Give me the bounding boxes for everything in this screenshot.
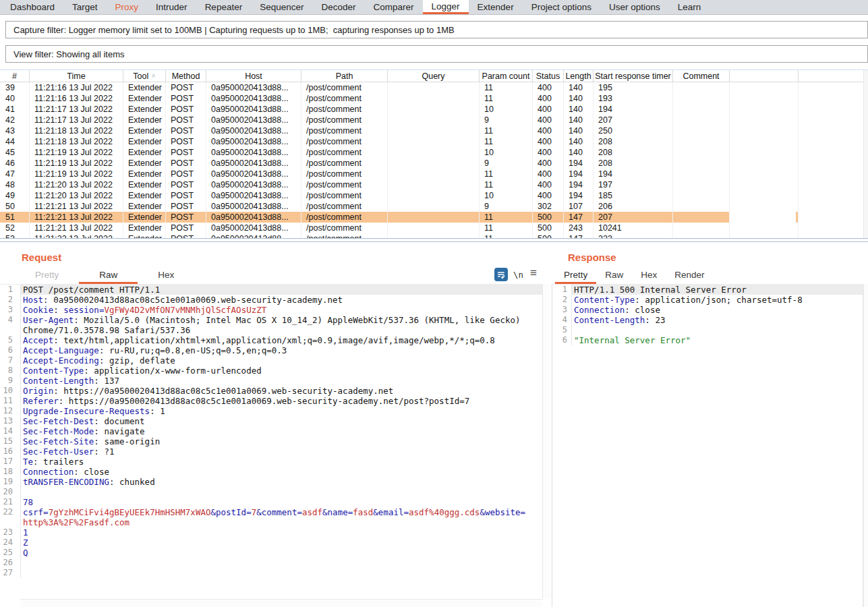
log-row-45[interactable]: 4511:21:19 13 Jul 2022ExtenderPOST0a9500… [0,147,868,158]
line-content: Origin: https://0a9500020413d88ac08c5c1e… [20,386,542,396]
response-tab-render[interactable]: Render [666,267,713,284]
log-row-51[interactable]: 5111:21:21 13 Jul 2022ExtenderPOST0a9500… [0,212,868,223]
word-wrap-icon[interactable] [494,268,508,281]
log-table: #TimeTool∧MethodHostPathQueryParam count… [0,69,868,238]
cell-host: 0a9500020413d88... [206,201,301,212]
editor-line: 6"Internal Server Error" [553,335,863,345]
menu-tab-proxy[interactable]: Proxy [107,0,148,14]
cell-comment [673,201,730,212]
menu-tab-logger[interactable]: Logger [423,0,469,14]
capture-filter-bar[interactable]: Capture filter: Logger memory limit set … [5,21,868,38]
cell-param-count: 11 [480,136,533,147]
response-tab-hex[interactable]: Hex [632,267,666,284]
cell-host: 0a9500020413d88... [206,125,301,136]
log-row-40[interactable]: 4011:21:16 13 Jul 2022ExtenderPOST0a9500… [0,93,868,104]
cell-tool: Extender [123,115,166,125]
editor-line: 14Sec-Fetch-Mode: navigate [0,426,542,436]
cell-host: 0a9500020413d88... [206,158,301,169]
request-editor[interactable]: 1POST /post/comment HTTP/1.12Host: 0a950… [0,284,543,598]
column-header-tool[interactable]: Tool∧ [123,70,166,82]
request-tab-raw[interactable]: Raw [79,267,138,284]
request-horizontal-scrollbar[interactable] [20,599,543,607]
column-header-host[interactable]: Host [206,70,301,82]
cell-path: /post/comment [301,169,388,179]
view-filter-text: View filter: Showing all items [13,49,125,59]
row-spacer [799,233,868,238]
cell-path: /post/comment [301,136,388,147]
column-header-comment[interactable]: Comment [673,70,730,82]
panel-divider[interactable] [552,284,552,607]
column-header-path[interactable]: Path [301,70,388,82]
row-spacer [799,223,868,233]
table-vertical-scrollbar[interactable] [863,70,868,238]
response-tab-raw[interactable]: Raw [596,267,632,284]
cell-query [388,190,480,201]
log-row-41[interactable]: 4111:21:17 13 Jul 2022ExtenderPOST0a9500… [0,104,868,115]
response-vertical-scrollbar[interactable] [863,284,868,607]
cell-length: 140 [564,125,594,136]
editor-menu-icon[interactable]: ≡ [530,266,537,280]
response-tab-pretty[interactable]: Pretty [555,267,596,284]
cell-start-response-timer: 223 [594,233,673,238]
column-header-param-count[interactable]: Param count [480,70,533,82]
cell-param-count: 10 [480,104,533,115]
log-row-46[interactable]: 4611:21:19 13 Jul 2022ExtenderPOST0a9500… [0,158,868,169]
menu-tab-dashboard[interactable]: Dashboard [1,0,63,14]
editor-line: 12Upgrade-Insecure-Requests: 1 [0,406,542,416]
log-row-44[interactable]: 4411:21:18 13 Jul 2022ExtenderPOST0a9500… [0,136,868,147]
log-row-48[interactable]: 4811:21:20 13 Jul 2022ExtenderPOST0a9500… [0,179,868,190]
log-row-43[interactable]: 4311:21:18 13 Jul 2022ExtenderPOST0a9500… [0,125,868,136]
cell-status: 400 [533,136,564,147]
cell-tool: Extender [123,212,166,223]
cell-time: 11:21:17 13 Jul 2022 [30,104,123,115]
menu-tab-target[interactable]: Target [63,0,107,14]
cell-comment [673,104,730,115]
cell-empty [730,147,799,158]
cell-host: 0a9500020413d88... [206,212,301,223]
column-header-[interactable]: # [0,70,30,82]
menu-tab-repeater[interactable]: Repeater [196,0,252,14]
log-row-47[interactable]: 4711:21:19 13 Jul 2022ExtenderPOST0a9500… [0,169,868,179]
column-header-time[interactable]: Time [30,70,123,82]
request-tab-hex[interactable]: Hex [138,267,194,284]
request-vertical-scrollbar[interactable] [543,284,551,598]
request-tab-pretty[interactable]: Pretty [15,267,79,284]
cell-param-count: 9 [480,158,533,169]
log-row-42[interactable]: 4211:21:17 13 Jul 2022ExtenderPOST0a9500… [0,115,868,125]
menu-tab-learn[interactable]: Learn [669,0,710,14]
cell-status: 400 [533,158,564,169]
menu-tab-comparer[interactable]: Comparer [365,0,423,14]
log-row-50[interactable]: 5011:21:21 13 Jul 2022ExtenderPOST0a9500… [0,201,868,212]
column-header-status[interactable]: Status [533,70,564,82]
cell-: 39 [0,82,30,93]
line-number: 26 [0,558,20,568]
menu-tab-intruder[interactable]: Intruder [147,0,196,14]
response-editor[interactable]: 1HTTP/1.1 500 Internal Server Error2Cont… [553,284,863,607]
cell-host: 0a9500020413d88... [206,179,301,190]
menu-tab-extender[interactable]: Extender [469,0,523,14]
menu-tab-decoder[interactable]: Decoder [312,0,364,14]
column-header-method[interactable]: Method [166,70,206,82]
cell-time: 11:21:22 13 Jul 2022 [30,233,123,238]
column-header-empty [730,70,799,82]
cell-empty [730,201,799,212]
line-content: Host: 0a9500020413d88ac08c5c1e001a0069.w… [20,295,542,305]
column-header-start-response-timer[interactable]: Start response timer [594,70,673,82]
view-filter-bar[interactable]: View filter: Showing all items [5,45,868,63]
log-row-49[interactable]: 4911:21:20 13 Jul 2022ExtenderPOST0a9500… [0,190,868,201]
log-row-39[interactable]: 3911:21:16 13 Jul 2022ExtenderPOST0a9500… [0,82,868,93]
cell-tool: Extender [123,93,166,104]
menu-tab-sequencer[interactable]: Sequencer [251,0,312,14]
column-header-query[interactable]: Query [388,70,480,82]
log-row-52[interactable]: 5211:21:21 13 Jul 2022ExtenderPOST0a9500… [0,223,868,233]
cell-host: 0a9500020413d88... [206,147,301,158]
log-row-53[interactable]: 5311:21:22 13 Jul 2022ExtenderPOST0a9500… [0,233,868,238]
menu-tab-user-options[interactable]: User options [600,0,669,14]
column-header-length[interactable]: Length [564,70,594,82]
cell-method: POST [166,223,206,233]
cell-status: 400 [533,115,564,125]
cell-path: /post/comment [301,233,388,238]
editor-line: 24Z [0,538,542,548]
menu-tab-project-options[interactable]: Project options [523,0,600,14]
newline-toggle-icon[interactable]: \n [513,270,523,280]
